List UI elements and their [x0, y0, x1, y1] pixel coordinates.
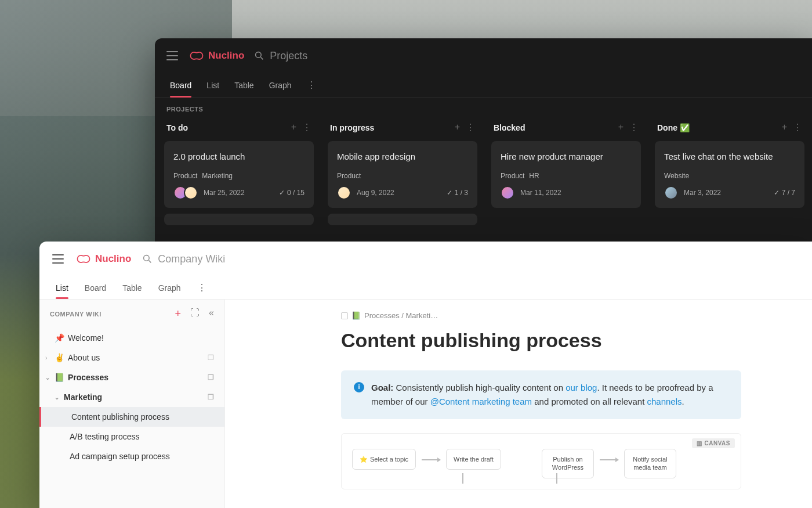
projects-window: Nuclino Projects Board List Table Graph … — [155, 38, 812, 242]
sidebar-title: COMPANY WIKI — [50, 311, 102, 318]
info-icon: i — [354, 382, 364, 392]
arrow-right-icon — [600, 459, 618, 460]
card[interactable]: 2.0 product launch Product Marketing Mar… — [164, 141, 314, 208]
chevron-down-icon[interactable]: ⌄ — [45, 374, 52, 381]
flow-node[interactable]: Publish on WordPress — [542, 449, 594, 478]
avatar — [664, 186, 678, 200]
chevron-down-icon[interactable]: ⌄ — [55, 394, 61, 401]
flowchart: ⭐Select a topic Write the draft Publish … — [352, 449, 730, 478]
brain-icon — [75, 253, 92, 265]
search-icon — [255, 51, 264, 60]
tag: Product — [501, 172, 524, 180]
svg-point-0 — [256, 52, 262, 58]
hamburger-icon[interactable] — [52, 254, 64, 264]
tab-list[interactable]: List — [206, 74, 219, 97]
avatar — [184, 186, 198, 200]
svg-line-1 — [261, 57, 263, 59]
breadcrumb-text: Processes / Marketi… — [364, 311, 438, 320]
assignee-avatars — [173, 186, 198, 200]
page-content: 📗 Processes / Marketi… Content publishin… — [225, 300, 812, 508]
search-placeholder: Projects — [270, 50, 307, 62]
column-blocked: Blocked + ⋮ Hire new product manager Pro… — [491, 117, 641, 225]
tag: Product — [337, 172, 361, 180]
item-label: About us — [68, 353, 100, 362]
more-icon[interactable]: ⋮ — [307, 80, 316, 91]
tag: Website — [664, 172, 689, 180]
pin-icon: 📌 — [55, 333, 64, 343]
sidebar-item-about[interactable]: ›✌️ About us ❐ — [39, 348, 224, 368]
search-placeholder: Company Wiki — [158, 253, 225, 265]
canvas-block[interactable]: ▥ CANVAS ⭐Select a topic Write the draft… — [341, 433, 741, 489]
card[interactable]: Mobile app redesign Product Aug 9, 2022 … — [328, 141, 477, 208]
add-card-icon[interactable]: + — [455, 122, 460, 133]
chevron-right-icon[interactable]: › — [45, 355, 52, 361]
link-blog[interactable]: our blog — [566, 383, 597, 392]
app-logo[interactable]: Nuclino — [188, 50, 244, 62]
flow-node[interactable]: Write the draft — [446, 449, 501, 470]
more-icon[interactable]: ⋮ — [197, 282, 206, 293]
add-page-icon[interactable]: + — [175, 308, 182, 320]
due-date: Mar 25, 2022 — [204, 189, 245, 197]
assignee-avatars — [501, 186, 514, 200]
book-icon: 📗 — [55, 373, 64, 382]
tab-board[interactable]: Board — [85, 278, 106, 298]
breadcrumb[interactable]: 📗 Processes / Marketi… — [341, 311, 812, 320]
add-card-icon[interactable]: + — [291, 122, 296, 133]
sidebar-item-processes[interactable]: ⌄📗 Processes ❐ — [39, 368, 224, 387]
card-title: Test live chat on the website — [664, 152, 795, 161]
sidebar-item-welcome[interactable]: 📌 Welcome! — [39, 328, 224, 348]
card-stub[interactable] — [328, 214, 477, 225]
goal-callout: i Goal: Consistently publish high-qualit… — [341, 370, 741, 419]
card[interactable]: Test live chat on the website Website Ma… — [655, 141, 804, 208]
checkbox-icon[interactable] — [341, 312, 348, 319]
view-tabs: List Board Table Graph ⋮ — [39, 276, 812, 300]
search-input[interactable]: Projects — [255, 50, 307, 62]
expand-icon[interactable]: ⛶ — [190, 308, 200, 320]
card-stub[interactable] — [164, 214, 314, 225]
add-card-icon[interactable]: + — [618, 122, 624, 133]
tag: Marketing — [202, 172, 233, 180]
sidebar-item-marketing[interactable]: ⌄ Marketing ❐ — [39, 387, 224, 407]
card-title: 2.0 product launch — [173, 152, 304, 161]
tab-graph[interactable]: Graph — [269, 74, 292, 97]
card[interactable]: Hire new product manager Product HR Mar … — [491, 141, 641, 208]
section-label: PROJECTS — [155, 98, 812, 117]
item-label: Welcome! — [68, 333, 104, 343]
column-title: To do — [166, 123, 188, 132]
column-title: Done ✅ — [657, 123, 690, 132]
victory-icon: ✌️ — [55, 353, 64, 362]
sidebar-item-content-publishing[interactable]: Content publishing process — [39, 407, 224, 427]
arrow-down-icon — [556, 473, 557, 484]
checklist-icon: ✓ — [279, 189, 285, 197]
sidebar-item-ab-testing[interactable]: A/B testing process — [39, 427, 224, 446]
avatar — [337, 186, 351, 200]
tab-table[interactable]: Table — [234, 74, 253, 97]
canvas-icon: ▥ — [697, 440, 702, 446]
tab-board[interactable]: Board — [170, 74, 191, 97]
flow-node[interactable]: Notify social media team — [624, 449, 676, 478]
link-channels[interactable]: channels — [647, 397, 682, 406]
flow-node[interactable]: ⭐Select a topic — [352, 449, 416, 470]
collapse-sidebar-icon[interactable]: « — [209, 308, 214, 320]
add-card-icon[interactable]: + — [782, 122, 787, 133]
mention-team[interactable]: @Content marketing team — [430, 397, 532, 406]
card-tags: Website — [664, 172, 795, 180]
column-done: Done ✅ + ⋮ Test live chat on the website… — [655, 117, 804, 225]
hamburger-icon[interactable] — [166, 51, 178, 60]
column-menu-icon[interactable]: ⋮ — [793, 122, 802, 133]
card-title: Hire new product manager — [501, 152, 632, 161]
view-tabs: Board List Table Graph ⋮ — [155, 73, 812, 98]
column-menu-icon[interactable]: ⋮ — [629, 122, 639, 133]
column-menu-icon[interactable]: ⋮ — [466, 122, 475, 133]
tag: HR — [529, 172, 539, 180]
item-label: Content publishing process — [71, 412, 169, 421]
tab-list[interactable]: List — [56, 278, 68, 298]
app-logo[interactable]: Nuclino — [75, 253, 131, 265]
sidebar-item-ad-campaign[interactable]: Ad campaign setup process — [39, 446, 224, 466]
tab-table[interactable]: Table — [122, 278, 142, 298]
search-input[interactable]: Company Wiki — [143, 253, 225, 265]
book-icon: 📗 — [351, 311, 361, 320]
column-menu-icon[interactable]: ⋮ — [302, 122, 311, 133]
tab-graph[interactable]: Graph — [158, 278, 181, 298]
column-in-progress: In progress + ⋮ Mobile app redesign Prod… — [328, 117, 477, 225]
